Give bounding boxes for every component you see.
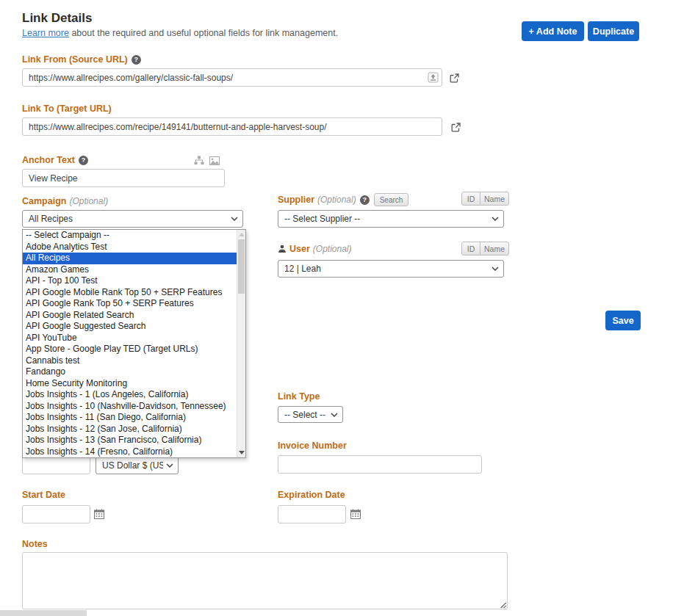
sitemap-icon[interactable] bbox=[194, 156, 204, 165]
link-from-input[interactable] bbox=[22, 68, 442, 87]
start-date-field bbox=[22, 505, 90, 523]
campaign-option[interactable]: Jobs Insights - 13 (San Francisco, Calif… bbox=[23, 435, 237, 446]
invoice-number-field bbox=[278, 455, 482, 474]
campaign-optional: (Optional) bbox=[69, 196, 108, 206]
campaign-select-value: All Recipes bbox=[29, 214, 73, 224]
scrollbar-thumb[interactable] bbox=[238, 239, 245, 294]
campaign-option[interactable]: API - Top 100 Test bbox=[23, 275, 237, 287]
page-edge-strip bbox=[0, 610, 87, 616]
campaign-dropdown: -- Select Campaign --Adobe Analytics Tes… bbox=[22, 229, 246, 458]
campaign-label-row: Campaign (Optional) bbox=[22, 196, 108, 206]
campaign-option[interactable]: Cannabis test bbox=[23, 355, 237, 367]
scroll-down-arrow-icon[interactable] bbox=[239, 451, 245, 454]
image-icon[interactable] bbox=[209, 156, 220, 165]
supplier-id-name-toggle: ID Name bbox=[461, 192, 509, 206]
campaign-option[interactable]: Fandango bbox=[23, 366, 237, 378]
supplier-select[interactable]: -- Select Supplier -- bbox=[278, 210, 504, 228]
campaign-option[interactable]: API Google Related Search bbox=[23, 310, 237, 322]
link-from-label: Link From (Source URL) bbox=[22, 54, 128, 65]
chevron-down-icon bbox=[492, 267, 499, 271]
external-link-icon[interactable] bbox=[451, 123, 461, 132]
price-field bbox=[22, 456, 90, 474]
expiration-date-input[interactable] bbox=[278, 505, 346, 523]
link-to-input[interactable] bbox=[22, 117, 442, 136]
invoice-number-label: Invoice Number bbox=[278, 441, 347, 451]
campaign-option[interactable]: Home Security Monitoring bbox=[23, 378, 237, 390]
supplier-id-button[interactable]: ID bbox=[461, 192, 480, 206]
user-select-value: 12 | Leah bbox=[284, 264, 321, 274]
currency-select-value: US Dollar $ (US bbox=[102, 460, 163, 471]
anchor-text-label: Anchor Text bbox=[22, 155, 75, 165]
expiration-date-field bbox=[278, 505, 346, 523]
supplier-label: Supplier bbox=[278, 195, 314, 205]
supplier-name-button[interactable]: Name bbox=[480, 192, 509, 206]
resize-handle-icon[interactable] bbox=[500, 602, 506, 609]
campaign-option[interactable]: API YouTube bbox=[23, 333, 237, 344]
campaign-option[interactable]: Jobs Insights - 10 (Nashville-Davidson, … bbox=[23, 401, 237, 413]
campaign-option[interactable]: API Google Suggested Search bbox=[23, 321, 237, 333]
start-date-label: Start Date bbox=[22, 490, 65, 500]
supplier-label-row: Supplier (Optional) ? Search bbox=[278, 193, 408, 206]
user-icon bbox=[278, 244, 287, 253]
anchor-text-field bbox=[22, 169, 225, 187]
currency-select[interactable]: US Dollar $ (US bbox=[96, 456, 179, 474]
campaign-label: Campaign bbox=[22, 196, 66, 206]
campaign-option[interactable]: Jobs Insights - 11 (San Diego, Californi… bbox=[23, 412, 237, 424]
calendar-icon[interactable] bbox=[94, 509, 104, 519]
campaign-option[interactable]: App Store - Google Play TED (Target URLs… bbox=[23, 344, 237, 355]
start-date-input[interactable] bbox=[22, 505, 90, 523]
user-select[interactable]: 12 | Leah bbox=[278, 260, 504, 278]
invoice-number-input[interactable] bbox=[278, 455, 482, 474]
campaign-option[interactable]: -- Select Campaign -- bbox=[23, 230, 237, 242]
user-optional: (Optional) bbox=[313, 244, 352, 254]
anchor-text-label-row: Anchor Text ? bbox=[22, 155, 88, 165]
chevron-down-icon bbox=[166, 463, 173, 468]
page-title: Link Details bbox=[22, 11, 92, 26]
link-type-label-row: Link Type bbox=[278, 391, 320, 402]
expiration-date-label-row: Expiration Date bbox=[278, 490, 345, 500]
campaign-option[interactable]: Jobs Insights - 1 (Los Angeles, Californ… bbox=[23, 389, 237, 401]
user-label: User bbox=[289, 244, 310, 254]
link-type-select[interactable]: -- Select -- bbox=[278, 406, 343, 423]
link-to-label-row: Link To (Target URL) bbox=[22, 104, 112, 114]
intro-text: Learn more about the required and useful… bbox=[22, 28, 478, 38]
start-date-label-row: Start Date bbox=[22, 490, 65, 500]
external-link-icon[interactable] bbox=[450, 73, 459, 83]
campaign-option[interactable]: API Google Mobile Rank Top 50 + SERP Fea… bbox=[23, 287, 237, 299]
help-icon[interactable]: ? bbox=[79, 156, 88, 165]
duplicate-button[interactable]: Duplicate bbox=[588, 21, 639, 41]
learn-more-link[interactable]: Learn more bbox=[22, 28, 69, 38]
price-input[interactable] bbox=[22, 456, 90, 474]
scroll-up-arrow-icon[interactable] bbox=[239, 233, 245, 236]
help-icon[interactable]: ? bbox=[132, 55, 141, 65]
supplier-optional: (Optional) bbox=[317, 195, 356, 205]
campaign-select[interactable]: All Recipes bbox=[22, 210, 243, 228]
scrollbar[interactable] bbox=[237, 230, 245, 457]
campaign-option[interactable]: All Recipes bbox=[23, 253, 237, 264]
link-to-label: Link To (Target URL) bbox=[22, 104, 112, 114]
campaign-option[interactable]: Jobs Insights - 12 (San Jose, California… bbox=[23, 424, 237, 435]
chevron-down-icon bbox=[331, 413, 338, 417]
notes-textarea[interactable] bbox=[22, 552, 508, 609]
supplier-search-button[interactable]: Search bbox=[374, 193, 409, 206]
user-label-row: User (Optional) bbox=[278, 244, 351, 254]
campaign-option[interactable]: API Google Rank Top 50 + SERP Features bbox=[23, 298, 237, 310]
save-button[interactable]: Save bbox=[605, 311, 641, 330]
campaign-option[interactable]: Amazon Games bbox=[23, 264, 237, 276]
campaign-option[interactable]: Jobs Insights - 14 (Fresno, California) bbox=[23, 446, 237, 458]
arrow-box-icon[interactable] bbox=[428, 72, 439, 83]
link-to-field bbox=[22, 117, 442, 136]
add-note-button[interactable]: + Add Note bbox=[522, 21, 584, 41]
campaign-dropdown-list: -- Select Campaign --Adobe Analytics Tes… bbox=[23, 230, 237, 457]
campaign-option[interactable]: Adobe Analytics Test bbox=[23, 242, 237, 253]
user-id-button[interactable]: ID bbox=[461, 242, 480, 256]
help-icon[interactable]: ? bbox=[360, 195, 370, 205]
anchor-text-input[interactable] bbox=[22, 169, 225, 187]
calendar-icon[interactable] bbox=[350, 509, 361, 519]
user-name-button[interactable]: Name bbox=[480, 242, 509, 256]
notes-label: Notes bbox=[22, 539, 48, 549]
intro-rest: about the required and useful optional f… bbox=[69, 28, 338, 38]
link-type-label: Link Type bbox=[278, 391, 320, 402]
link-from-label-row: Link From (Source URL) ? bbox=[22, 54, 141, 65]
link-details-page: Link Details Learn more about the requir… bbox=[0, 0, 684, 616]
